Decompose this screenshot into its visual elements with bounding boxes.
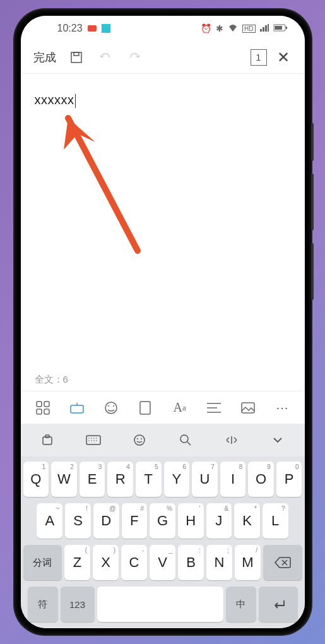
lang-key[interactable]: 中 (226, 587, 256, 622)
key-j[interactable]: &J (206, 503, 232, 539)
key-e[interactable]: 3E (80, 462, 105, 497)
svg-rect-4 (74, 52, 79, 56)
keyboard-mode-icon[interactable] (63, 394, 91, 422)
key-r[interactable]: 4R (107, 462, 133, 497)
text-cursor (75, 94, 76, 108)
svg-point-32 (141, 438, 142, 439)
ime-toolbar (21, 424, 305, 456)
svg-rect-21 (86, 436, 100, 444)
cursor-move-icon[interactable] (216, 427, 247, 453)
word-count: 全文：6 (35, 374, 68, 386)
power-button[interactable] (311, 123, 314, 161)
svg-point-31 (137, 438, 138, 439)
key-u[interactable]: 7U (192, 462, 218, 497)
key-m[interactable]: /M (235, 545, 261, 580)
enter-key[interactable] (259, 587, 298, 622)
svg-point-26 (88, 440, 89, 441)
key-k[interactable]: *K (234, 503, 260, 539)
backspace-key[interactable] (263, 545, 302, 580)
editor-toolbar: 完成 1 ✕ (21, 41, 305, 74)
key-d[interactable]: @D (93, 503, 119, 539)
keyboard-icon[interactable] (78, 427, 109, 453)
recording-indicator (88, 25, 97, 32)
keyboard-row-2: ~A!S@D#F%G'H&J*K?L (23, 503, 302, 539)
wifi-icon (228, 23, 238, 33)
svg-point-29 (96, 440, 97, 441)
key-c[interactable]: -C (121, 545, 147, 580)
key-b[interactable]: :B (178, 545, 204, 580)
key-n[interactable]: ;N (206, 545, 232, 580)
svg-rect-5 (37, 402, 42, 407)
symbol-key[interactable]: 符 (28, 587, 58, 622)
volume-down[interactable] (311, 243, 314, 300)
key-h[interactable]: 'H (178, 503, 204, 539)
svg-rect-7 (37, 409, 42, 414)
key-y[interactable]: 6Y (164, 462, 190, 497)
collapse-keyboard-icon[interactable] (263, 427, 293, 453)
key-o[interactable]: 9O (248, 462, 274, 497)
page-count[interactable]: 1 (251, 49, 267, 66)
clipboard-icon[interactable] (32, 427, 62, 453)
close-icon[interactable]: ✕ (271, 45, 296, 70)
key-p[interactable]: 0P (276, 462, 302, 497)
svg-rect-14 (140, 402, 150, 414)
key-z[interactable]: (Z (64, 545, 90, 580)
hd-icon: HD (242, 25, 255, 33)
key-a[interactable]: ~A (37, 503, 62, 539)
redo-icon[interactable] (122, 45, 147, 70)
key-v[interactable]: _V (150, 545, 175, 580)
volume-up[interactable] (311, 174, 314, 230)
svg-rect-20 (45, 435, 49, 438)
keyboard-row-4: 符 123 中 (23, 587, 302, 622)
svg-point-24 (93, 438, 94, 438)
app-indicator (102, 24, 110, 33)
image-icon[interactable] (234, 394, 262, 422)
emoji-icon[interactable] (97, 394, 125, 422)
status-time: 10:23 (57, 23, 83, 34)
svg-point-22 (88, 438, 89, 438)
svg-line-34 (187, 442, 191, 445)
svg-point-27 (91, 440, 92, 441)
key-f[interactable]: #F (122, 503, 148, 539)
svg-point-33 (180, 435, 188, 443)
svg-rect-8 (44, 409, 49, 414)
page-icon[interactable] (131, 394, 159, 422)
format-toolbar: Aa ⋯ (21, 391, 305, 424)
more-icon[interactable]: ⋯ (268, 394, 296, 422)
annotation-arrow (40, 93, 153, 257)
space-key[interactable] (97, 587, 223, 622)
svg-point-25 (96, 438, 97, 438)
svg-rect-9 (71, 405, 83, 413)
key-l[interactable]: ?L (263, 503, 288, 539)
battery-icon (273, 23, 287, 33)
svg-rect-1 (286, 27, 287, 29)
undo-icon[interactable] (93, 45, 118, 70)
svg-rect-2 (275, 26, 282, 30)
editor-content[interactable]: xxxxxx (35, 93, 76, 107)
segment-key[interactable]: 分词 (23, 545, 62, 580)
key-s[interactable]: !S (65, 503, 91, 539)
align-icon[interactable] (200, 394, 228, 422)
save-icon[interactable] (64, 45, 89, 70)
done-button[interactable]: 完成 (30, 50, 60, 65)
screen: 10:23 ⏰ ✱ HD 完成 (21, 16, 305, 628)
svg-rect-19 (43, 437, 52, 444)
number-key[interactable]: 123 (61, 587, 95, 622)
signal-icon (260, 23, 269, 33)
key-t[interactable]: 5T (136, 462, 162, 497)
key-w[interactable]: 2W (51, 462, 77, 497)
key-i[interactable]: 8I (220, 462, 246, 497)
search-icon[interactable] (170, 427, 201, 453)
svg-rect-6 (44, 402, 49, 407)
smile-icon[interactable] (124, 427, 155, 453)
editor-area[interactable]: xxxxxx 全文：6 (21, 74, 305, 391)
key-g[interactable]: %G (150, 503, 175, 539)
phone-frame: 10:23 ⏰ ✱ HD 完成 (15, 9, 311, 635)
svg-point-28 (93, 440, 94, 441)
font-icon[interactable]: Aa (166, 394, 194, 422)
svg-rect-18 (242, 403, 254, 413)
apps-icon[interactable] (29, 394, 57, 422)
key-q[interactable]: 1Q (23, 462, 49, 497)
svg-point-23 (91, 438, 92, 438)
key-x[interactable]: )X (93, 545, 119, 580)
